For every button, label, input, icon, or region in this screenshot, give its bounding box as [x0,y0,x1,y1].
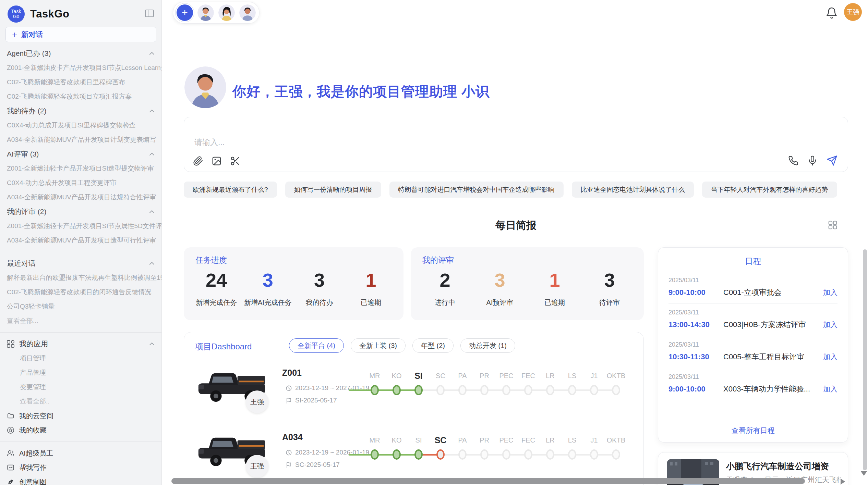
conversation-avatar-1[interactable] [197,4,214,21]
sidebar-item[interactable]: A034-全新新能源MUV产品开发项目计划变更表编写 [0,133,161,147]
app-item-change-mgmt[interactable]: 变更管理 [0,380,161,394]
conversation-avatar-3[interactable] [239,4,256,21]
app-item-project-mgmt[interactable]: 项目管理 [0,351,161,365]
conversation-avatar-2[interactable] [218,4,235,21]
user-avatar[interactable]: 王强 [844,3,862,21]
sidebar-item-ai-staff[interactable]: AI超级员工 [0,446,161,460]
sidebar-item[interactable]: A034-全新新能源MUV产品开发项目法规符合性评审 [0,190,161,204]
section-agent-done[interactable]: Agent已办 (3) [0,46,161,61]
chevron-up-icon [149,152,155,156]
chevron-up-icon [149,109,155,113]
milestone-stage: KO [386,370,408,395]
sidebar-item-favorites[interactable]: 我的收藏 [0,423,161,437]
project-row[interactable]: 王强 A034 2023-12-19 ~ 2026-01-19 SC-2025-… [184,430,643,485]
milestone-stage: PEC [495,434,517,460]
task-progress-card: 任务进度 24 新增完成任务 3 新增AI完成任务 3 我的待办 1 已逾期 [184,247,403,320]
recent-view-all[interactable]: 查看全部... [0,314,161,328]
milestone-dot [480,449,489,460]
apps-view-all[interactable]: 查看全部.. [0,394,161,409]
project-next-milestone: SI-2025-05-17 [286,397,337,404]
section-my-apps[interactable]: 我的应用 [0,337,161,351]
sidebar-item-creative-draw[interactable]: 创意制图 [0,475,161,485]
conversation-switcher: + [173,2,260,24]
join-button[interactable]: 加入 [823,320,837,329]
image-icon[interactable] [212,156,222,166]
scroll-down-arrow-icon[interactable] [861,471,867,476]
section-recent-chats[interactable]: 最近对话 [0,256,161,271]
schedule-event: 2025/03/11 13:00-14:30 C003|H0B-方案冻结评审 加… [668,304,837,336]
section-my-todo[interactable]: 我的待办 (2) [0,104,161,118]
star-circle-icon [7,426,14,434]
milestone-stage: OKTB [605,434,627,460]
clock-icon [286,385,292,391]
project-row[interactable]: 王强 Z001 2023-12-19 ~ 2027-01-19 SI-2025-… [184,365,643,425]
project-dashboard-card: 项目Dashboard 全新平台 (4) 全新上装 (3) 年型 (2) 动总开… [184,332,644,485]
milestone-stage: J1 [583,370,605,395]
milestone-stage: OKTB [605,370,627,395]
ai-staff-label: AI超级员工 [19,449,53,458]
milestone-dot [568,449,576,460]
flag-icon [286,397,292,404]
sidebar-item[interactable]: Z001-全新燃油皮卡产品开发项目SI节点Lesson Learn报告 [0,61,161,75]
view-all-schedule-link[interactable]: 查看所有日程 [658,426,848,435]
sidebar-item[interactable]: C02-飞腾新能源轻客改款项目里程碑画布 [0,75,161,89]
add-conversation-button[interactable]: + [177,4,193,21]
send-icon[interactable] [827,155,837,166]
schedule-event: 2025/03/11 9:00-10:00 C001-立项审批会 加入 [668,272,837,304]
sidebar-item[interactable]: C0X4-动力总成开发项目SI里程碑提交物检查 [0,118,161,133]
sidebar-item[interactable]: A034-全新新能源MUV产品开发项目造型可行性评审 [0,233,161,248]
milestone-stage: LS [561,434,583,460]
app-item-product-mgmt[interactable]: 产品管理 [0,365,161,380]
recent-chat-item[interactable]: 解释最新出台的欧盟报废车法规再生塑料比例被调至15%... [0,271,161,285]
section-ai-review[interactable]: AI评审 (3) [0,147,161,161]
project-next-milestone: SC-2025-05-17 [286,461,340,469]
cloud-space-label: 我的云空间 [19,411,53,421]
milestone-dot [414,449,423,460]
sidebar-toggle-icon[interactable] [145,10,154,17]
filter-chip[interactable]: 全新平台 (4) [289,338,344,353]
notifications-bell-icon[interactable] [825,7,838,19]
chat-input-box[interactable]: 请输入... [184,117,848,172]
recent-chat-item[interactable]: C02-飞腾新能源轻客改款项目的闭环通告反馈情况 [0,285,161,299]
write-helper-label: 帮我写作 [19,463,47,472]
scroll-right-arrow-icon[interactable] [841,478,845,485]
chevron-up-icon [149,342,155,346]
sidebar-item-cloud-space[interactable]: 我的云空间 [0,409,161,423]
phone-icon[interactable] [788,156,798,166]
sidebar-item[interactable]: Z001-全新燃油轻卡产品开发项目SI节点属性5D文件评审 [0,219,161,233]
filter-chip[interactable]: 全新上装 (3) [351,338,406,353]
milestone-stage: FEC [517,434,539,460]
suggestion-chip[interactable]: 特朗普可能对进口汽车增税会对中国车企造成哪些影响 [389,182,564,198]
sidebar-item[interactable]: Z001-全新燃油轻卡产品开发项目SI造型提交物评审 [0,161,161,176]
my-apps-label: 我的应用 [19,339,149,349]
join-button[interactable]: 加入 [823,384,837,394]
join-button[interactable]: 加入 [823,352,837,362]
vertical-scrollbar-thumb[interactable] [863,249,867,470]
suggestion-chip[interactable]: 如何写一份清晰的项目周报 [285,182,381,198]
filter-chip[interactable]: 动总开发 (1) [460,338,515,353]
my-review-card: 我的评审 2 进行中 3 AI预评审 1 已逾期 3 待评审 [411,247,644,320]
milestone-stage: SI [408,370,430,395]
suggestion-chip[interactable]: 当下年轻人对汽车外观有怎样的喜好趋势 [702,182,837,198]
recent-chat-item[interactable]: 公司Q3轻卡销量 [0,299,161,314]
suggestion-chip[interactable]: 比亚迪全固态电池计划具体说了什么 [572,182,694,198]
project-name: A034 [282,432,303,442]
horizontal-scrollbar-thumb[interactable] [171,478,805,484]
sidebar-item-write-helper[interactable]: 帮我写作 [0,460,161,475]
section-title: AI评审 (3) [7,149,39,159]
users-icon [7,449,14,457]
section-my-review[interactable]: 我的评审 (2) [0,204,161,219]
suggestion-chip[interactable]: 欧洲新规最近颁布了什么? [184,182,277,198]
scissors-icon[interactable] [230,156,240,166]
favorites-label: 我的收藏 [19,426,47,435]
paperclip-icon[interactable] [193,156,203,166]
filter-chip[interactable]: 年型 (2) [412,338,454,353]
project-owner-badge: 王强 [246,390,268,413]
sidebar-item[interactable]: C02-飞腾新能源轻客改款项目立项汇报方案 [0,89,161,104]
microphone-icon[interactable] [807,156,818,166]
section-title: 最近对话 [7,259,36,268]
new-chat-button[interactable]: + 新对话 [5,27,156,42]
join-button[interactable]: 加入 [823,288,837,297]
layout-grid-icon[interactable] [828,220,838,230]
sidebar-item[interactable]: C0X4-动力总成开发项目工程变更评审 [0,176,161,190]
